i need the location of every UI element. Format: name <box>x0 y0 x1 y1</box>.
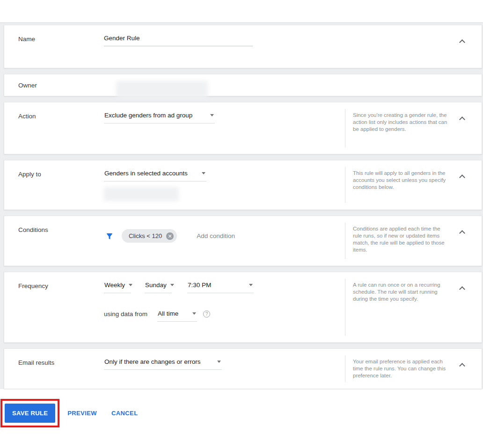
action-label: Action <box>4 102 104 154</box>
dropdown-caret-icon <box>210 114 214 116</box>
action-select[interactable]: Exclude genders from ad group <box>104 111 215 123</box>
frequency-label: Frequency <box>4 272 104 342</box>
frequency-interval-value: Weekly <box>104 282 125 289</box>
chevron-up-icon <box>459 174 465 181</box>
redacted-owner-value <box>116 81 208 98</box>
dropdown-caret-icon <box>170 284 174 286</box>
rule-name-input[interactable] <box>104 34 253 46</box>
cancel-button[interactable]: CANCEL <box>111 410 138 417</box>
condition-chip-label: Clicks < 120 <box>129 232 162 239</box>
section-owner: Owner <box>4 74 482 96</box>
apply-to-select[interactable]: Genders in selected accounts <box>104 169 206 181</box>
apply-to-label: Apply to <box>4 160 104 210</box>
dropdown-caret-icon <box>192 312 196 315</box>
email-results-label: Email results <box>4 349 104 389</box>
owner-label: Owner <box>4 74 104 96</box>
data-range-select[interactable]: All time <box>157 309 197 322</box>
name-label: Name <box>4 25 104 68</box>
section-action: Action Exclude genders from ad group Sin… <box>4 102 482 154</box>
section-frequency: Frequency Weekly Sunday 7:30 PM using da… <box>4 272 482 343</box>
dropdown-caret-icon <box>249 284 253 286</box>
section-apply-to: Apply to Genders in selected accounts Th… <box>4 160 482 210</box>
save-rule-button[interactable]: SAVE RULE <box>5 404 55 423</box>
help-icon[interactable]: ? <box>203 311 210 318</box>
collapse-apply-to-button[interactable] <box>457 172 467 181</box>
frequency-time-select[interactable]: 7:30 PM <box>187 281 254 293</box>
action-select-value: Exclude genders from ad group <box>104 112 192 119</box>
collapse-frequency-button[interactable] <box>457 283 467 293</box>
chevron-up-icon <box>459 363 465 369</box>
dropdown-caret-icon <box>217 361 221 363</box>
email-results-select-value: Only if there are changes or errors <box>104 358 201 365</box>
rule-name-field-wrap <box>104 34 253 46</box>
redacted-account-value <box>104 187 179 201</box>
data-range-value: All time <box>158 310 178 317</box>
add-condition-button[interactable]: Add condition <box>197 232 235 239</box>
section-name: Name <box>4 25 482 68</box>
filter-icon <box>105 232 114 240</box>
email-results-select[interactable]: Only if there are changes or errors <box>104 357 222 370</box>
dropdown-caret-icon <box>129 284 132 286</box>
chevron-up-icon <box>459 230 465 236</box>
frequency-time-value: 7:30 PM <box>188 282 211 289</box>
chevron-up-icon <box>459 286 465 292</box>
condition-chip[interactable]: Clicks < 120 ✕ <box>122 229 177 243</box>
form-actions: SAVE RULE PREVIEW CANCEL <box>0 389 483 427</box>
chevron-up-icon <box>459 39 465 45</box>
apply-to-select-value: Genders in selected accounts <box>104 170 188 177</box>
preview-button[interactable]: PREVIEW <box>67 410 97 417</box>
remove-condition-icon[interactable]: ✕ <box>166 232 174 240</box>
using-data-from-label: using data from <box>104 309 147 318</box>
section-conditions: Conditions Clicks < 120 ✕ Add condition … <box>4 216 482 266</box>
collapse-name-button[interactable] <box>457 36 467 46</box>
chevron-up-icon <box>459 116 465 123</box>
annotation-highlight-box: SAVE RULE <box>0 399 59 427</box>
frequency-day-value: Sunday <box>145 282 167 289</box>
rule-form: Name Owner Action Exclude genders from a… <box>0 22 483 389</box>
collapse-conditions-button[interactable] <box>457 227 467 237</box>
section-email-results: Email results Only if there are changes … <box>4 348 482 389</box>
dropdown-caret-icon <box>202 172 205 174</box>
collapse-action-button[interactable] <box>457 114 467 123</box>
frequency-interval-select[interactable]: Weekly <box>104 281 131 293</box>
collapse-email-results-button[interactable] <box>457 360 467 369</box>
frequency-day-select[interactable]: Sunday <box>145 281 172 293</box>
conditions-label: Conditions <box>4 216 104 266</box>
